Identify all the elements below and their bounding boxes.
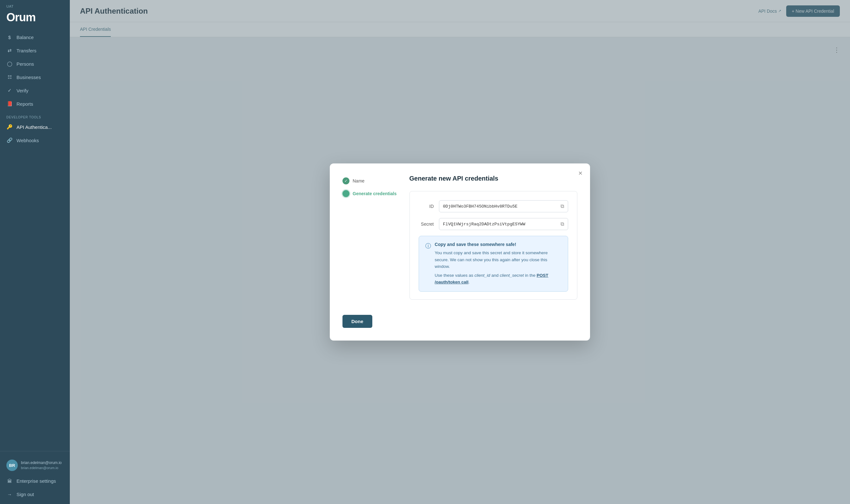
avatar: BR — [6, 460, 18, 471]
sidebar-nav: $ Balance ⇄ Transfers ◯ Persons ☷ Busine… — [0, 31, 70, 504]
modal-overlay: × ✓ Name Generate credentials Generate n… — [70, 0, 850, 504]
sidebar-item-label: Sign out — [17, 492, 34, 497]
sidebar-item-label: Businesses — [17, 75, 41, 80]
sidebar-item-label: Enterprise settings — [17, 478, 56, 484]
credentials-box: ID 0Dj0HTWo3FBH745ONibbHv8RTDu5E ⧉ Secre… — [410, 191, 577, 300]
info-icon: ⓘ — [425, 242, 431, 286]
step-generate: Generate credentials — [342, 190, 397, 197]
step-done-icon: ✓ — [342, 177, 349, 184]
step-active-icon — [342, 190, 349, 197]
sidebar-item-label: Balance — [17, 35, 34, 40]
user-info: BR brian.edelman@orum.io brian.edelman@o… — [0, 456, 70, 474]
step-name: ✓ Name — [342, 177, 397, 184]
sidebar-item-label: Transfers — [17, 48, 36, 53]
client-id-text: client_id — [474, 273, 490, 278]
sidebar-item-balance[interactable]: $ Balance — [0, 31, 70, 44]
sidebar-item-persons[interactable]: ◯ Persons — [0, 57, 70, 70]
sidebar-item-verify[interactable]: ✓ Verify — [0, 84, 70, 97]
copy-secret-icon[interactable]: ⧉ — [561, 221, 564, 227]
sidebar-item-label: Persons — [17, 61, 34, 67]
sidebar-item-label: Webhooks — [17, 138, 39, 143]
info-text-2: Use these values as client_id and client… — [435, 272, 561, 286]
sidebar-item-label: API Authentica... — [17, 124, 52, 130]
secret-field-row: Secret FlVQ1VWjrsjRaq2DADtzPsiVtpgESYWW … — [419, 218, 568, 230]
sidebar-item-enterprise-settings[interactable]: 🏛 Enterprise settings — [0, 474, 70, 487]
step-generate-label: Generate credentials — [352, 191, 397, 196]
info-title: Copy and save these somewhere safe! — [435, 242, 561, 247]
secret-value-box: FlVQ1VWjrsjRaq2DADtzPsiVtpgESYWW ⧉ — [439, 218, 568, 230]
step-name-label: Name — [352, 178, 364, 183]
id-value: 0Dj0HTWo3FBH745ONibbHv8RTDu5E — [443, 204, 558, 209]
sidebar-item-api-auth[interactable]: 🔑 API Authentica... — [0, 120, 70, 133]
modal-steps: ✓ Name Generate credentials — [342, 175, 397, 306]
env-label: UAT — [0, 0, 70, 10]
modal-content: Generate new API credentials ID 0Dj0HTWo… — [410, 175, 577, 306]
business-icon: ☷ — [6, 74, 13, 80]
user-email: brian.edelman@orum.io brian.edelman@orum… — [21, 461, 61, 470]
secret-value: FlVQ1VWjrsjRaq2DADtzPsiVtpgESYWW — [443, 222, 558, 227]
modal: × ✓ Name Generate credentials Generate n… — [330, 163, 590, 341]
modal-footer: Done — [342, 315, 577, 328]
sidebar-item-reports[interactable]: 📕 Reports — [0, 97, 70, 110]
sidebar-bottom: BR brian.edelman@orum.io brian.edelman@o… — [0, 451, 70, 501]
copy-id-icon[interactable]: ⧉ — [561, 203, 564, 209]
logo: Orum — [0, 10, 70, 31]
building-icon: 🏛 — [6, 478, 13, 484]
sidebar-item-webhooks[interactable]: 🔗 Webhooks — [0, 133, 70, 147]
done-button[interactable]: Done — [342, 315, 372, 328]
signout-icon: → — [6, 491, 13, 497]
modal-layout: ✓ Name Generate credentials Generate new… — [342, 175, 577, 306]
sidebar-item-businesses[interactable]: ☷ Businesses — [0, 70, 70, 84]
sidebar-item-sign-out[interactable]: → Sign out — [0, 487, 70, 501]
info-content: Copy and save these somewhere safe! You … — [435, 242, 561, 286]
sidebar: UAT Orum $ Balance ⇄ Transfers ◯ Persons… — [0, 0, 70, 504]
person-icon: ◯ — [6, 60, 13, 67]
webhook-icon: 🔗 — [6, 137, 13, 143]
dev-tools-label: DEVELOPER TOOLS — [0, 110, 70, 120]
sidebar-item-label: Verify — [17, 88, 29, 93]
transfer-icon: ⇄ — [6, 47, 13, 54]
info-text-1: You must copy and save this secret and s… — [435, 250, 561, 270]
sidebar-item-label: Reports — [17, 101, 33, 107]
info-box: ⓘ Copy and save these somewhere safe! Yo… — [419, 236, 568, 292]
modal-title: Generate new API credentials — [410, 175, 577, 182]
secret-label: Secret — [419, 221, 434, 227]
verify-icon: ✓ — [6, 87, 13, 94]
sidebar-item-transfers[interactable]: ⇄ Transfers — [0, 44, 70, 57]
key-icon: 🔑 — [6, 124, 13, 130]
id-field-row: ID 0Dj0HTWo3FBH745ONibbHv8RTDu5E ⧉ — [419, 200, 568, 212]
dollar-icon: $ — [6, 34, 13, 40]
reports-icon: 📕 — [6, 101, 13, 107]
id-value-box: 0Dj0HTWo3FBH745ONibbHv8RTDu5E ⧉ — [439, 200, 568, 212]
id-label: ID — [419, 204, 434, 209]
client-secret-text: client_secret — [500, 273, 524, 278]
main-content: API Authentication API Docs ↗ + New API … — [70, 0, 850, 504]
modal-close-button[interactable]: × — [578, 170, 582, 177]
